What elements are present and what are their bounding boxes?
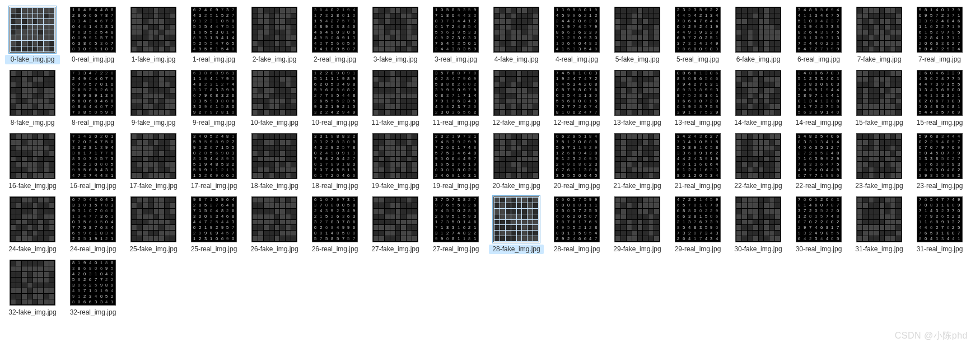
file-item[interactable]: 25-fake_img.jpg bbox=[126, 196, 181, 254]
file-thumbnail[interactable]: 1058535971804433837144120172485455639533… bbox=[433, 7, 479, 53]
file-thumbnail[interactable] bbox=[493, 70, 539, 116]
file-thumbnail[interactable] bbox=[614, 70, 660, 116]
file-thumbnail[interactable]: 0866138688086566794270318931899387528361… bbox=[675, 70, 721, 116]
file-item[interactable]: 0605759990008111250372556062050778761765… bbox=[549, 196, 604, 254]
file-item[interactable]: 15-fake_img.jpg bbox=[852, 70, 907, 128]
file-item[interactable]: 30-fake_img.jpg bbox=[731, 196, 786, 254]
file-item[interactable]: 6386896111441795482312743178339567968326… bbox=[186, 70, 241, 128]
file-item[interactable]: 2323592244542134706476440029241944919229… bbox=[670, 7, 725, 64]
file-thumbnail[interactable] bbox=[493, 133, 539, 179]
file-thumbnail[interactable] bbox=[856, 133, 902, 179]
file-item[interactable]: 9814017909572371339248461162271961529795… bbox=[912, 7, 967, 64]
file-thumbnail[interactable] bbox=[251, 70, 297, 116]
file-thumbnail[interactable]: 1395801945996212244206207197457986616239… bbox=[554, 7, 600, 53]
file-thumbnail[interactable]: 7458108319247472945342080579807663543130… bbox=[554, 70, 600, 116]
file-thumbnail[interactable] bbox=[493, 7, 539, 53]
file-thumbnail[interactable]: 9814017909572371339248461162271961529795… bbox=[917, 7, 963, 53]
file-item[interactable]: 7142020172034750302813943617177885070573… bbox=[66, 133, 120, 191]
file-thumbnail[interactable] bbox=[130, 133, 176, 179]
file-item[interactable]: 14-fake_img.jpg bbox=[731, 70, 786, 128]
file-item[interactable]: 3640219417328010154275714890884646490306… bbox=[307, 7, 362, 64]
file-item[interactable]: 9871096428527646715048263008346844725443… bbox=[186, 196, 241, 254]
file-item[interactable]: 3424362773410515558916583368916244243919… bbox=[670, 133, 725, 191]
file-item[interactable]: 11-fake_img.jpg bbox=[368, 70, 423, 128]
file-thumbnail[interactable]: 6386896111441795482312743178339567968326… bbox=[191, 70, 237, 116]
file-item[interactable]: 1645448828606787334346770441438176352548… bbox=[66, 7, 120, 64]
file-thumbnail[interactable] bbox=[614, 7, 660, 53]
file-thumbnail[interactable] bbox=[856, 70, 902, 116]
file-item[interactable]: 26-fake_img.jpg bbox=[247, 196, 302, 254]
file-item[interactable]: 31-fake_img.jpg bbox=[852, 196, 907, 254]
file-thumbnail[interactable] bbox=[856, 7, 902, 53]
file-item[interactable]: 24-fake_img.jpg bbox=[5, 196, 60, 254]
file-item[interactable]: 29-fake_img.jpg bbox=[610, 196, 665, 254]
file-thumbnail[interactable]: 7005206381460787372052201203574807022002… bbox=[796, 196, 842, 242]
file-item[interactable]: 3485569441134675510042376394833882643975… bbox=[791, 7, 846, 64]
file-thumbnail[interactable]: 2323592244542134706476440029241944919229… bbox=[675, 7, 721, 53]
file-thumbnail[interactable]: 3576877862847969588620023999097508371714… bbox=[433, 70, 479, 116]
file-item[interactable]: 1058535971804433837144120172485455639533… bbox=[428, 7, 483, 64]
file-thumbnail[interactable] bbox=[10, 196, 55, 242]
file-item[interactable]: 3576877862847969588620023999097508371714… bbox=[428, 70, 483, 128]
file-thumbnail[interactable]: 3482540603313414456351272726524871039929… bbox=[796, 133, 842, 179]
file-thumbnail[interactable] bbox=[130, 196, 176, 242]
file-item[interactable]: 12-fake_img.jpg bbox=[489, 70, 544, 128]
file-thumbnail[interactable]: 2321973174539299726017485753464095064497… bbox=[433, 133, 479, 179]
file-item[interactable]: 10-fake_img.jpg bbox=[247, 70, 302, 128]
file-thumbnail[interactable] bbox=[130, 70, 176, 116]
file-thumbnail[interactable]: 2604633945024775447091551343650094133321… bbox=[917, 70, 963, 116]
file-item[interactable]: 3-fake_img.jpg bbox=[368, 7, 423, 64]
file-item[interactable]: 2604633945024775447091551343650094133321… bbox=[912, 70, 967, 128]
file-item[interactable]: 7054774970831809714323707792652311689132… bbox=[912, 196, 967, 254]
file-thumbnail[interactable]: 0629518475170888567119291266943891232095… bbox=[554, 133, 600, 179]
file-item[interactable]: 23-fake_img.jpg bbox=[852, 133, 907, 191]
file-thumbnail[interactable] bbox=[251, 7, 297, 53]
file-thumbnail[interactable] bbox=[372, 196, 418, 242]
file-thumbnail[interactable]: 6740973743251527912310505554475116553014… bbox=[191, 7, 237, 53]
file-thumbnail[interactable] bbox=[735, 133, 781, 179]
file-thumbnail[interactable]: 7334722824904079679570102652526809989139… bbox=[70, 70, 116, 116]
file-item[interactable]: 2488678351233403338009037455194458971041… bbox=[791, 70, 846, 128]
file-item[interactable]: 6754364131015783931070661347736103560504… bbox=[66, 196, 120, 254]
file-item[interactable]: 17-fake_img.jpg bbox=[126, 133, 181, 191]
file-item[interactable]: 8194018838680695420310425826772230625989… bbox=[66, 260, 120, 317]
file-item[interactable]: 0866138688086566794270318931899387528361… bbox=[670, 70, 725, 128]
file-item[interactable]: 13-fake_img.jpg bbox=[610, 70, 665, 128]
file-thumbnail[interactable] bbox=[10, 260, 55, 306]
file-thumbnail[interactable] bbox=[372, 7, 418, 53]
file-thumbnail[interactable] bbox=[130, 7, 176, 53]
file-thumbnail[interactable] bbox=[735, 196, 781, 242]
file-thumbnail[interactable]: 2488678351233403338009037455194458971041… bbox=[796, 70, 842, 116]
file-item[interactable]: 32-fake_img.jpg bbox=[5, 260, 60, 317]
file-thumbnail[interactable] bbox=[614, 133, 660, 179]
file-thumbnail[interactable] bbox=[372, 133, 418, 179]
file-thumbnail[interactable] bbox=[614, 196, 660, 242]
file-thumbnail[interactable]: 3485569441134675510042376394833882643975… bbox=[796, 7, 842, 53]
file-item[interactable]: 8-fake_img.jpg bbox=[5, 70, 60, 128]
file-item[interactable]: 0629518475170888567119291266943891232095… bbox=[549, 133, 604, 191]
file-item[interactable]: 3482540603313414456351272726524871039929… bbox=[791, 133, 846, 191]
file-item[interactable]: 2321973174539299726017485753464095064497… bbox=[428, 133, 483, 191]
file-thumbnail[interactable]: 7054774970831809714323707792652311689132… bbox=[917, 196, 963, 242]
file-thumbnail[interactable] bbox=[10, 7, 55, 53]
file-thumbnail[interactable]: 1220909151111989620534985968868227785448… bbox=[312, 70, 358, 116]
file-thumbnail[interactable] bbox=[372, 70, 418, 116]
file-item[interactable]: 2-fake_img.jpg bbox=[247, 7, 302, 64]
file-item[interactable]: 20-fake_img.jpg bbox=[489, 133, 544, 191]
file-thumbnail[interactable]: 7142020172034750302813943617177885070573… bbox=[70, 133, 116, 179]
file-thumbnail[interactable]: 9871096428527646715048263008346844725443… bbox=[191, 196, 237, 242]
file-thumbnail[interactable]: 3319883233278308402925780249091379426427… bbox=[312, 133, 358, 179]
file-item[interactable]: 6740973743251527912310505554475116553014… bbox=[186, 7, 241, 64]
file-item[interactable]: 9-fake_img.jpg bbox=[126, 70, 181, 128]
file-item[interactable]: 3405248159598927932671550285698380544895… bbox=[186, 133, 241, 191]
file-grid[interactable]: 0-fake_img.jpg16454488286067873343467704… bbox=[0, 0, 980, 325]
file-thumbnail[interactable]: 3640219417328010154275714890884646490306… bbox=[312, 7, 358, 53]
file-thumbnail[interactable]: 3405248159598927932671550285698380544895… bbox=[191, 133, 237, 179]
file-thumbnail[interactable]: 5968344402254057070797095045877953385027… bbox=[917, 133, 963, 179]
file-item[interactable]: 6-fake_img.jpg bbox=[731, 7, 786, 64]
file-item[interactable]: 1-fake_img.jpg bbox=[126, 7, 181, 64]
file-thumbnail[interactable] bbox=[856, 196, 902, 242]
file-thumbnail[interactable]: 6107973137088058243923492152636332783786… bbox=[312, 196, 358, 242]
file-thumbnail[interactable] bbox=[735, 7, 781, 53]
file-item[interactable]: 16-fake_img.jpg bbox=[5, 133, 60, 191]
